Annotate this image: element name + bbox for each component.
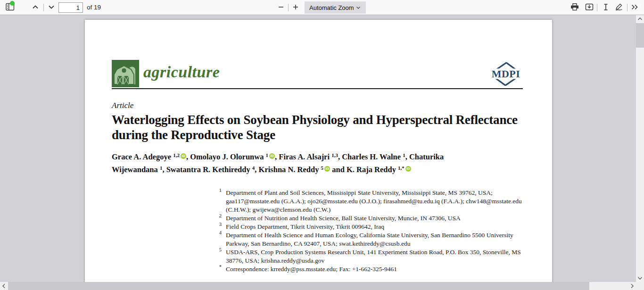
affiliation-text: USDA-ARS, Crop Production Systems Resear… [226, 248, 531, 265]
page-number-input[interactable] [58, 2, 83, 13]
page-count-label: of 19 [87, 0, 101, 15]
scroll-right-button[interactable] [628, 282, 636, 290]
paper-title: Waterlogging Effects on Soybean Physiolo… [112, 112, 545, 142]
affiliation-item: *Correspondence: krreddy@pss.msstate.edu… [213, 265, 538, 273]
toolbar-separator [597, 4, 597, 11]
affiliation-marker: 4 [213, 230, 222, 247]
author: Firas A. Alsajri 1,3, [279, 152, 342, 161]
text-editor-button[interactable] [600, 2, 612, 13]
affiliation-text: Department of Plant and Soil Sciences, M… [226, 189, 531, 214]
chevron-down-icon [355, 5, 361, 10]
scroll-up-button[interactable] [636, 15, 644, 23]
affiliation-item: 5USDA-ARS, Crop Production Systems Resea… [213, 248, 538, 265]
toolbar-separator [43, 4, 44, 11]
chevron-up-icon [32, 3, 39, 12]
pdf-viewer-area: agriculture MDPI Article Waterlogging Ef… [0, 15, 644, 290]
author: Krishna N. Reddy 5iD and [259, 165, 347, 174]
scroll-down-button[interactable] [636, 274, 644, 282]
affiliation-marker: 1 [213, 188, 222, 213]
header-rule [112, 88, 523, 89]
affiliations-list: 1Department of Plant and Soil Sciences, … [213, 189, 538, 273]
affiliation-marker: 5 [213, 247, 222, 264]
affiliation-text: Department of Health Science and Human E… [226, 231, 531, 248]
author-list: Grace A. Adegoye 1,2iD, Omolayo J. Oloru… [112, 150, 481, 175]
mdpi-logo: MDPI [489, 62, 522, 88]
orcid-icon[interactable]: iD [181, 153, 186, 159]
affiliation-item: 3Field Crops Department, Tikrit Universi… [213, 223, 538, 231]
chevron-down-icon [48, 3, 55, 12]
zoom-out-button[interactable] [275, 2, 287, 13]
affiliation-marker: 2 [213, 213, 222, 222]
scrollbar-corner [636, 282, 644, 290]
author: K. Raja Reddy 1,*iD [347, 165, 411, 174]
vertical-scrollbar-thumb[interactable] [636, 23, 644, 48]
sidebar-notification-dot [10, 1, 15, 6]
author: Omolayo J. Olorunwa 1iD, [190, 152, 279, 161]
zoom-select-value: Automatic Zoom [309, 4, 354, 11]
horizontal-scrollbar[interactable] [0, 282, 636, 290]
plus-icon [292, 4, 299, 12]
svg-text:MDPI: MDPI [492, 68, 520, 80]
orcid-icon[interactable]: iD [269, 153, 275, 159]
more-tools-button[interactable] [629, 2, 640, 13]
pdf-toolbar: of 19 Automatic Zoom [0, 0, 644, 15]
article-type-label: Article [112, 101, 133, 110]
author: Grace A. Adegoye 1,2iD, [112, 152, 190, 161]
pdf-page-1: agriculture MDPI Article Waterlogging Ef… [85, 20, 552, 290]
scroll-left-button[interactable] [0, 282, 8, 290]
save-button[interactable] [583, 2, 595, 13]
orcid-icon[interactable]: iD [405, 166, 411, 172]
download-icon [585, 3, 594, 12]
affiliation-item: 1Department of Plant and Soil Sciences, … [213, 189, 538, 214]
affiliation-text: Department of Nutrition and Health Scien… [226, 214, 531, 223]
minus-icon [278, 4, 284, 12]
orcid-icon[interactable]: iD [324, 166, 330, 172]
author: Charles H. Walne 1, [342, 152, 409, 161]
affiliation-item: 2Department of Nutrition and Health Scie… [213, 214, 538, 223]
toolbar-separator [627, 4, 627, 11]
printer-icon [570, 3, 579, 12]
author: Swatantra R. Kethireddy 4, [166, 165, 259, 174]
vertical-scrollbar[interactable] [636, 15, 644, 282]
horizontal-scrollbar-thumb[interactable] [8, 282, 589, 290]
affiliation-text: Field Crops Department, Tikrit Universit… [226, 223, 531, 231]
double-chevron-right-icon [631, 3, 638, 12]
affiliation-marker: 3 [213, 222, 222, 230]
affiliation-marker: * [213, 264, 222, 273]
text-ibeam-icon [602, 3, 610, 12]
zoom-select[interactable]: Automatic Zoom [305, 1, 366, 14]
previous-page-button[interactable] [29, 2, 41, 13]
journal-name: agriculture [143, 63, 220, 81]
affiliation-item: 4Department of Health Science and Human … [213, 231, 538, 248]
draw-editor-button[interactable] [613, 2, 625, 13]
toolbar-separator [288, 4, 289, 11]
next-page-button[interactable] [45, 2, 58, 13]
agriculture-journal-logo-icon [112, 60, 139, 87]
zoom-in-button[interactable] [290, 2, 301, 13]
print-button[interactable] [569, 2, 581, 13]
pencil-icon [615, 3, 623, 12]
affiliation-text: Correspondence: krreddy@pss.msstate.edu;… [226, 265, 531, 273]
